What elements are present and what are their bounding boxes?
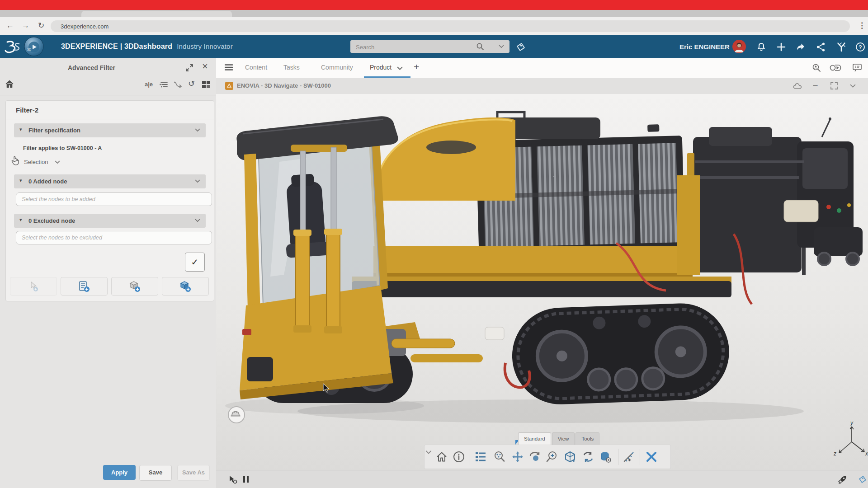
home-icon[interactable] [5,79,14,89]
filter-list-icon[interactable] [159,80,168,89]
chevron-down-icon[interactable] [195,219,200,222]
added-node-section[interactable]: ▾ 0 Added node [14,174,206,188]
collapse-triangle-icon[interactable]: ▾ [19,217,22,223]
selection-dropdown[interactable]: Selection [24,159,48,165]
selection-hand-icon[interactable] [10,155,20,166]
expand-panel-icon[interactable] [185,64,193,72]
save-as-button[interactable]: Save As [177,465,210,481]
link-route-icon[interactable] [174,80,183,89]
apply-button[interactable]: Apply [103,465,136,480]
save-button[interactable]: Save [139,465,172,481]
rotate-icon[interactable] [528,450,541,463]
info-icon[interactable] [453,450,465,463]
recording-indicator-bar [0,0,868,10]
widget-menu-chevron-icon[interactable] [850,84,856,88]
tab-product[interactable]: Product [370,64,392,71]
pause-icon[interactable] [243,476,250,483]
chevron-down-icon[interactable] [55,160,60,164]
add-content-plus-icon[interactable] [776,42,787,52]
search-input[interactable] [355,41,465,53]
forward-icon[interactable]: → [22,21,29,31]
add-by-selection-button[interactable] [10,277,57,296]
part-plus-icon [128,281,141,292]
notifications-bell-icon[interactable] [756,42,767,52]
user-avatar[interactable] [732,40,746,53]
add-product-structure-button[interactable] [111,277,158,296]
viewer-statusbar [216,470,868,488]
tab-content[interactable]: Content [245,64,267,71]
help-icon[interactable]: ? [855,42,866,52]
share-forward-icon[interactable] [795,42,806,52]
toolbar-tab-view[interactable]: View [552,432,575,445]
pan-icon[interactable] [511,450,524,463]
media-player-icon[interactable] [830,63,841,72]
hamburger-menu-icon[interactable] [225,64,233,71]
close-toolbar-x-icon[interactable] [645,450,658,463]
panel-title: Advanced Filter [68,64,115,71]
user-name[interactable]: Eric ENGINEER [679,43,730,51]
chevron-down-icon[interactable] [195,179,200,183]
excluded-node-section[interactable]: ▾ 0 Excluded node [14,214,206,228]
select-mode-icon[interactable] [228,474,238,484]
search-users-icon[interactable] [812,63,821,72]
model-tree-icon[interactable] [474,450,487,463]
performance-rocket-icon[interactable] [837,474,848,485]
compass-3d-label: 3D [27,48,31,51]
collapse-toolbar-chevron-icon[interactable] [425,446,432,459]
validate-check-button[interactable]: ✓ [185,253,205,272]
add-3d-shape-button[interactable] [162,277,209,296]
tab-product-chevron-icon[interactable] [397,66,403,70]
3dswym-icon[interactable] [836,42,847,52]
browser-tab[interactable] [81,11,232,17]
toolbar-tab-standard[interactable]: Standard [518,432,551,445]
tag-icon[interactable] [515,42,526,52]
collaborator-badge[interactable] [228,406,245,423]
search-options-chevron-icon[interactable] [499,45,504,48]
refresh-swap-icon[interactable] [582,450,594,463]
machine-3d-model[interactable] [216,94,868,470]
viewer-toolbar-tabs: Standard View Tools [515,432,600,445]
cursor-plus-icon [28,281,39,292]
app-header: 3D 3DEXPERIENCE | 3DDashboardIndustry In… [0,35,868,58]
search-icon[interactable] [476,42,484,51]
browser-menu-icon[interactable]: ⋮ [858,21,866,31]
rename-ae-icon[interactable]: a|e [145,81,153,88]
tag-status-icon[interactable] [858,475,867,484]
minimize-widget-icon[interactable]: – [813,80,818,90]
iso-view-cube-icon[interactable] [564,450,576,463]
close-panel-icon[interactable]: × [202,61,208,72]
maximize-widget-icon[interactable] [830,82,838,90]
collapse-triangle-icon[interactable]: ▾ [19,178,22,183]
add-tab-icon[interactable]: + [414,61,419,72]
toolbar-tab-tools[interactable]: Tools [576,432,599,445]
filter-card: Filter-2 ▾ Filter specification Filter a… [5,100,214,301]
brand-context: Industry Innovator [177,42,233,50]
back-icon[interactable]: ← [6,21,14,31]
excluded-nodes-input[interactable] [16,231,212,244]
zoom-in-out-icon[interactable] [546,450,558,463]
card-divider [6,119,214,119]
collapse-triangle-icon[interactable]: ▾ [19,127,22,132]
tab-community[interactable]: Community [321,64,353,71]
session-data-icon[interactable] [599,450,612,463]
tab-tasks[interactable]: Tasks [283,64,300,71]
avatar-person-icon [732,40,746,53]
3dexperience-compass-icon[interactable]: 3D [24,36,44,57]
undo-icon[interactable]: ↺ [188,79,195,89]
enovia-app-icon [225,82,233,90]
cloud-icon[interactable] [793,81,803,90]
chevron-down-icon[interactable] [195,128,200,132]
home-view-icon[interactable] [435,450,448,463]
zoom-area-icon[interactable] [493,450,506,463]
measure-icon[interactable] [623,450,635,463]
reload-icon[interactable]: ↻ [38,21,44,31]
filter-specification-section[interactable]: ▾ Filter specification [14,123,206,137]
address-bar[interactable]: 3dexperience.com [51,20,850,32]
share-network-icon[interactable] [816,42,826,52]
added-nodes-input[interactable] [16,192,212,206]
filter-name: Filter-2 [16,106,38,114]
3d-viewport[interactable]: Standard View Tools [216,94,868,470]
layout-panels-icon[interactable] [202,80,211,89]
chat-icon[interactable] [853,64,862,72]
add-from-list-button[interactable] [61,277,108,296]
